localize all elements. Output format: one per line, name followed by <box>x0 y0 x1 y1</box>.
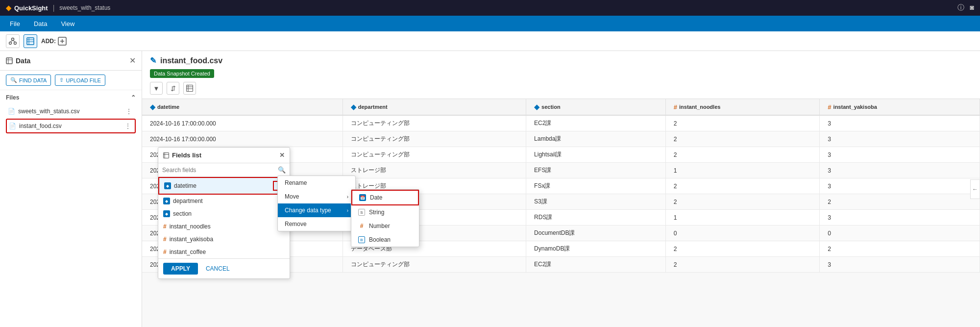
add-dataset-btn[interactable]: ADD: <box>41 37 67 46</box>
col-header-instant-yakisoba: # instant_yakisoba <box>820 99 980 115</box>
svg-line-4 <box>13 40 15 42</box>
file-menu-instant[interactable]: ⋮ <box>123 122 133 130</box>
file-item-sweets[interactable]: 📄 sweets_with_status.csv ⋮ <box>6 104 136 119</box>
files-section: Files ⌃ 📄 sweets_with_status.csv ⋮ 📄 ins… <box>0 90 142 137</box>
submenu-number[interactable]: # Number <box>351 219 419 233</box>
search-fields-icon[interactable]: 🔍 <box>278 166 286 174</box>
table-cell: 2 <box>665 115 820 131</box>
sort-btn[interactable]: ⇵ <box>167 82 179 95</box>
sidebar-data-label: Data <box>16 57 30 65</box>
col-header-department: ◆ department <box>343 99 526 115</box>
svg-rect-12 <box>6 58 12 64</box>
menu-view[interactable]: View <box>59 19 76 28</box>
submenu-string[interactable]: S String <box>351 205 419 219</box>
number-type-label: Number <box>369 223 390 229</box>
close-fields-icon[interactable]: ✕ <box>279 151 285 159</box>
svg-rect-19 <box>164 152 169 158</box>
qs-icon: ◆ <box>6 4 11 12</box>
table-cell: 2 <box>665 147 820 163</box>
field-item-department[interactable]: ◆department <box>158 195 290 207</box>
table-cell: 2 <box>820 241 980 257</box>
svg-point-1 <box>9 42 12 44</box>
collapse-files-icon[interactable]: ⌃ <box>131 94 136 101</box>
table-cell: FSx課 <box>526 178 666 194</box>
file-title-label: instant_food.csv <box>160 56 222 65</box>
table-cell: 2 <box>820 194 980 210</box>
department-col-icon: ◆ <box>351 103 356 111</box>
date-type-icon: 📅 <box>359 194 366 201</box>
files-label: Files <box>6 94 19 101</box>
collapse-panel-btn[interactable]: ← <box>970 179 980 199</box>
remove-label: Remove <box>285 221 307 227</box>
table-cell: 2 <box>665 241 820 257</box>
submenu-date[interactable]: 📅 Date <box>351 190 419 205</box>
user-icon[interactable]: ◙ <box>970 3 974 12</box>
table-cell: EC2課 <box>526 115 666 131</box>
number-type-icon: # <box>358 223 365 229</box>
field-item-datetime[interactable]: ◆datetime⋮ <box>158 177 290 195</box>
filter-btn[interactable]: ▼ <box>150 82 163 95</box>
fields-panel-title: Fields list <box>172 151 201 159</box>
table-cell: 2024-10-16 17:00:00.000 <box>142 115 343 131</box>
field-item-instant_noodles[interactable]: #instant_noodles <box>158 220 290 233</box>
rename-label: Rename <box>285 179 307 186</box>
top-bar-actions: ⓘ ◙ <box>957 3 974 12</box>
change-type-label: Change data type <box>285 207 331 214</box>
table-cell: コンピューティング部 <box>343 115 526 131</box>
string-type-label: String <box>369 209 384 216</box>
file-item-instant-food[interactable]: 📄 instant_food.csv ⋮ <box>6 119 136 133</box>
context-change-type[interactable]: Change data type › <box>278 203 355 217</box>
fields-panel-footer: APPLY CANCEL <box>158 258 290 278</box>
table-header-row: ◆ datetime ◆ department <box>142 99 980 115</box>
datetime-col-icon: ◆ <box>150 103 155 111</box>
context-remove[interactable]: Remove <box>278 217 355 231</box>
table-cell: 3 <box>820 210 980 226</box>
help-icon[interactable]: ⓘ <box>957 3 964 12</box>
field-item-instant_coffee[interactable]: #instant_coffee <box>158 246 290 258</box>
context-move[interactable]: Move › <box>278 190 355 203</box>
string-type-icon: S <box>358 209 365 216</box>
date-type-label: Date <box>370 194 382 201</box>
change-type-arrow-icon: › <box>347 208 348 213</box>
field-item-section[interactable]: ◆section <box>158 207 290 220</box>
table-cell: 2 <box>665 178 820 194</box>
file-menu-sweets[interactable]: ⋮ <box>124 107 134 116</box>
table-cell: 3 <box>820 115 980 131</box>
field-item-instant_yakisoba[interactable]: #instant_yakisoba <box>158 233 290 246</box>
upload-file-btn[interactable]: ⇧ UPLOAD FILE <box>55 75 105 86</box>
table-view-btn[interactable] <box>24 34 37 48</box>
file-icon-instant: 📄 <box>9 123 16 129</box>
move-label: Move <box>285 193 299 200</box>
fields-search-input[interactable] <box>162 167 276 174</box>
table-cell: Lightsail課 <box>526 147 666 163</box>
table-cell: RDS課 <box>526 210 666 226</box>
fields-panel-header: Fields list ✕ <box>158 148 290 163</box>
table-cell: 2 <box>665 257 820 273</box>
table-cell: コンピューティング部 <box>343 257 526 273</box>
fields-panel: Fields list ✕ 🔍 ◆datetime⋮◆department◆se… <box>158 147 290 279</box>
table-cell: 2024-10-16 17:00:00.000 <box>142 131 343 147</box>
find-data-btn[interactable]: 🔍 FIND DATA <box>6 75 51 86</box>
col-department-label: department <box>358 104 388 110</box>
menu-data[interactable]: Data <box>32 19 49 28</box>
network-view-btn[interactable] <box>6 34 20 48</box>
menu-file[interactable]: File <box>8 19 22 28</box>
table-btn[interactable] <box>183 82 196 95</box>
sidebar-title: Data <box>6 57 30 65</box>
cancel-btn[interactable]: CANCEL <box>202 263 234 275</box>
table-cell: 3 <box>820 178 980 194</box>
boolean-type-label: Boolean <box>369 236 391 243</box>
col-section-label: section <box>541 104 561 110</box>
col-header-instant-noodles: # instant_noodles <box>665 99 820 115</box>
main-layout: Data ✕ 🔍 FIND DATA ⇧ UPLOAD FILE Files ⌃… <box>0 51 980 327</box>
data-type-submenu: 📅 Date S String # Number B Boolean <box>351 189 419 247</box>
table-cell: EFS課 <box>526 163 666 178</box>
table-cell: コンピューティング部 <box>343 147 526 163</box>
context-rename[interactable]: Rename <box>278 176 355 190</box>
apply-btn[interactable]: APPLY <box>163 263 198 275</box>
close-sidebar-icon[interactable]: ✕ <box>129 56 136 65</box>
top-bar: ◆ QuickSight | sweets_with_status ⓘ ◙ <box>0 0 980 16</box>
submenu-boolean[interactable]: B Boolean <box>351 233 419 247</box>
edit-pencil-icon[interactable]: ✎ <box>150 56 156 65</box>
table-cell: 2 <box>665 194 820 210</box>
